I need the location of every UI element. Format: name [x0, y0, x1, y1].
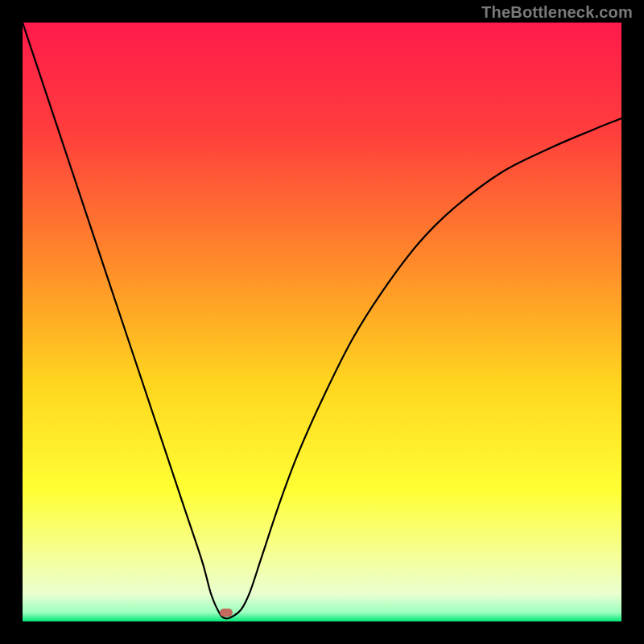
chart-frame: TheBottleneck.com	[0, 0, 644, 644]
optimal-point-marker	[220, 609, 233, 617]
svg-rect-0	[23, 23, 621, 621]
watermark-text: TheBottleneck.com	[481, 3, 633, 22]
heat-gradient-background	[23, 23, 621, 621]
plot-area	[23, 23, 621, 621]
